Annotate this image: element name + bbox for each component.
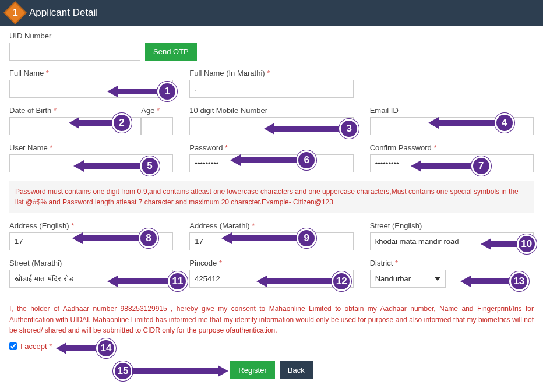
password-input[interactable]: [189, 154, 353, 172]
step-badge: 1: [3, 1, 27, 24]
form-container: UID Number Send OTP Full Name 1 Full Nam…: [0, 26, 543, 391]
uid-label: UID Number: [9, 31, 534, 40]
register-button[interactable]: Register: [230, 361, 274, 379]
accept-label: I accept: [20, 342, 52, 351]
pincode-input[interactable]: [189, 270, 353, 288]
fullname-mr-label: Full Name (In Marathi): [189, 69, 353, 77]
username-input[interactable]: [9, 154, 173, 172]
send-otp-button[interactable]: Send OTP: [145, 43, 197, 61]
mobile-input[interactable]: [189, 117, 353, 135]
street-en-label: Street (English): [370, 221, 534, 230]
mobile-label: 10 digit Mobile Number: [189, 106, 353, 115]
addr-mr-label: Address (Marathi): [189, 221, 353, 230]
district-select[interactable]: Nandurbar: [370, 270, 446, 288]
street-mr-label: Street (Marathi): [9, 259, 173, 267]
confirm-password-label: Confirm Password: [370, 143, 534, 152]
district-label: District: [370, 259, 534, 267]
fullname-mr-input[interactable]: [189, 80, 353, 98]
dob-input[interactable]: [9, 117, 141, 135]
accept-checkbox[interactable]: [9, 342, 17, 350]
uid-input[interactable]: [9, 43, 140, 61]
annotation-15: 15: [113, 361, 228, 381]
fullname-label: Full Name: [9, 69, 173, 77]
username-label: User Name: [9, 143, 173, 152]
pincode-label: Pincode: [189, 259, 353, 267]
addr-mr-input[interactable]: [189, 232, 353, 250]
annotation-13: 13: [460, 271, 529, 291]
street-en-input[interactable]: [370, 232, 534, 250]
age-input[interactable]: [141, 117, 173, 135]
page-title: Applicant Detail: [29, 7, 98, 19]
step-number: 1: [13, 8, 18, 18]
age-label: Age: [141, 106, 173, 115]
addr-en-input[interactable]: [9, 232, 173, 250]
email-label: Email ID: [370, 106, 534, 115]
addr-en-label: Address (English): [9, 221, 173, 230]
dob-label: Date of Birth: [9, 106, 141, 115]
divider: [9, 296, 534, 296]
password-hint: Password must contains one digit from 0-…: [9, 181, 534, 213]
section-header: 1 Applicant Detail: [0, 0, 543, 26]
back-button[interactable]: Back: [280, 361, 313, 379]
fullname-input[interactable]: [9, 80, 173, 98]
consent-text: I, the holder of Aadhaar number 98825312…: [9, 302, 534, 342]
street-mr-input[interactable]: [9, 270, 173, 288]
email-input[interactable]: [370, 117, 534, 135]
password-label: Password: [189, 143, 353, 152]
annotation-14: 14: [56, 338, 116, 358]
confirm-password-input[interactable]: [370, 154, 534, 172]
